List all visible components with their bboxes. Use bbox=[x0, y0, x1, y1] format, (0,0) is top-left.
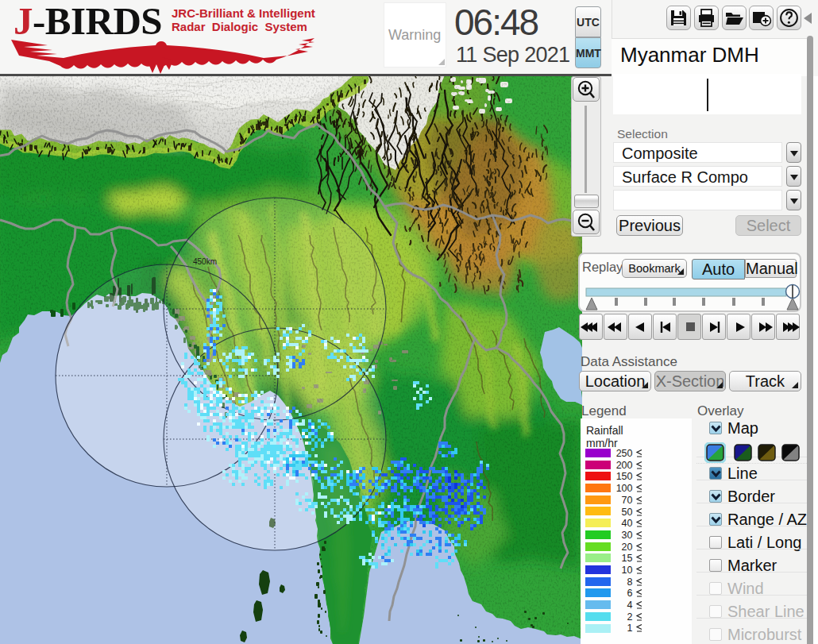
svg-text:450km: 450km bbox=[193, 257, 217, 266]
